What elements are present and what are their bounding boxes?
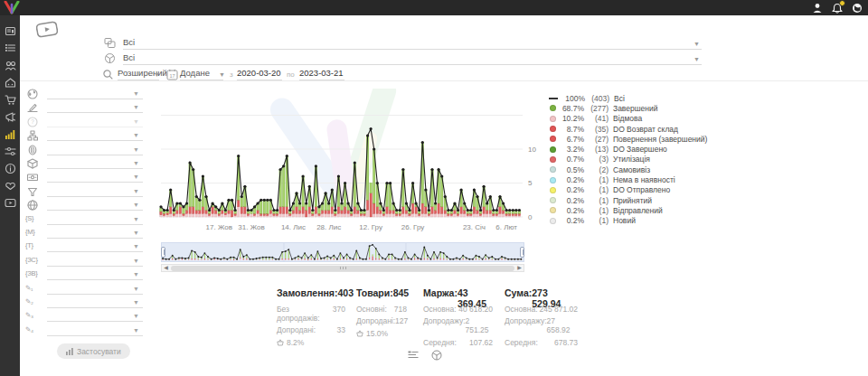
filter-globe-select[interactable] <box>47 87 143 99</box>
legend-item[interactable]: 0.2%(1)Нема в наявності <box>550 174 707 184</box>
chevron-down-icon[interactable]: ▼ <box>154 71 160 78</box>
legend-label: DO Возврат склад <box>613 125 678 134</box>
filter-brace-zv-select[interactable] <box>47 268 143 280</box>
legend-item[interactable]: 0.2%(1)Прийнятий <box>550 195 707 205</box>
category-filter-input[interactable]: Всі <box>123 36 702 50</box>
filter-funnel-select[interactable] <box>47 184 143 197</box>
chevron-down-icon[interactable]: ▼ <box>133 258 139 264</box>
legend-count: (1) <box>584 196 609 205</box>
legend-item[interactable]: 0.2%(1)Новий <box>550 216 707 226</box>
navigator-handle-right[interactable] <box>520 247 524 258</box>
sidebar-analytics-icon[interactable] <box>0 126 20 143</box>
filter-globe-grid-select[interactable] <box>47 198 143 211</box>
legend-item[interactable]: 8.7%(35)DO Возврат склад <box>550 124 707 134</box>
legend-percent: 0.7% <box>560 155 584 164</box>
chevron-down-icon[interactable]: ▼ <box>133 216 139 222</box>
filter-cube-select[interactable] <box>47 156 143 169</box>
filter-banknote-select[interactable] <box>47 170 143 183</box>
legend-item[interactable]: 6.7%(27)Повернення (завершений) <box>550 134 707 144</box>
date-from-input[interactable]: 2020-03-20 <box>237 67 282 80</box>
chevron-down-icon[interactable]: ▼ <box>133 230 139 236</box>
date-to-input[interactable]: 2023-03-21 <box>299 67 344 80</box>
legend-dot-marker <box>550 207 556 213</box>
chevron-down-icon[interactable]: ▼ <box>133 271 139 277</box>
filter-pencil-3-select[interactable] <box>47 309 143 322</box>
filter-question-select[interactable] <box>47 115 143 127</box>
filter-brace-m-select[interactable] <box>47 226 143 239</box>
sidebar-dashboard-icon[interactable] <box>0 23 20 40</box>
filter-brace-t-select[interactable] <box>47 240 143 252</box>
sidebar-orders-list-icon[interactable] <box>0 40 20 57</box>
legend-item[interactable]: 0.2%(1)DO Отправлено <box>550 185 707 195</box>
filter-pencil-1-select[interactable] <box>47 282 143 295</box>
svg-text:?: ? <box>31 118 34 125</box>
filter-fingerprint-select[interactable] <box>47 143 143 155</box>
chevron-down-icon[interactable]: ▼ <box>133 104 139 110</box>
legend-item[interactable]: 68.7%(277)Завершений <box>550 103 707 113</box>
upsell-basket-icon <box>356 330 363 337</box>
legend-item[interactable]: 0.2%(1)Відправлений <box>550 205 707 215</box>
filter-pencil-4-select[interactable] <box>47 324 143 336</box>
video-help-icon[interactable] <box>35 20 59 39</box>
list-view-icon[interactable] <box>408 348 419 359</box>
chevron-down-icon[interactable]: ▼ <box>133 132 139 138</box>
sidebar-cart-icon[interactable] <box>0 91 20 108</box>
chevron-down-icon[interactable]: ▼ <box>133 313 139 319</box>
legend-item[interactable]: 10.2%(41)Відмова <box>550 114 707 124</box>
topbar <box>0 0 868 15</box>
chevron-down-icon[interactable]: ▼ <box>133 243 139 249</box>
chevron-down-icon[interactable]: ▼ <box>219 71 225 78</box>
stat-column: Товари:845Основні:718Допродані:12715.0% <box>356 287 407 338</box>
sidebar-warehouse-icon[interactable] <box>0 74 20 91</box>
filter-signature-select[interactable] <box>47 100 143 113</box>
legend-item[interactable]: 3.2%(13)DO Завершено <box>550 144 707 154</box>
chevron-down-icon[interactable]: ▼ <box>133 188 139 194</box>
legend-dot-marker <box>550 177 556 183</box>
chevron-down-icon[interactable]: ▼ <box>133 299 139 306</box>
sidebar-partners-icon[interactable] <box>0 177 20 194</box>
legend-item[interactable]: 0.7%(3)Утилізація <box>550 155 707 164</box>
scrollbar-thumb[interactable] <box>171 266 514 271</box>
bell-icon[interactable] <box>832 3 843 14</box>
app-logo-icon[interactable] <box>4 1 20 14</box>
legend-item[interactable]: 0.5%(2)Самовивіз <box>550 164 707 174</box>
legend-count: (41) <box>584 114 609 123</box>
sidebar-sliders-icon[interactable] <box>0 143 20 160</box>
chevron-down-icon[interactable]: ▼ <box>693 41 700 47</box>
chevron-down-icon[interactable]: ▼ <box>133 286 139 292</box>
chart-scrollbar[interactable]: ◀ ▶ <box>161 264 524 272</box>
chevron-down-icon[interactable]: ▼ <box>133 90 139 97</box>
scroll-right-icon[interactable]: ▶ <box>515 265 524 271</box>
chevron-down-icon[interactable]: ▼ <box>133 174 139 180</box>
filter-pencil-2-select[interactable] <box>47 296 143 308</box>
chevron-down-icon[interactable]: ▼ <box>133 160 139 166</box>
product-filter-input[interactable]: Всі <box>123 52 702 65</box>
chevron-down-icon[interactable]: ▼ <box>133 327 139 334</box>
package-view-icon[interactable] <box>431 348 442 359</box>
chevron-down-icon[interactable]: ▼ <box>133 146 139 153</box>
sidebar-megaphone-icon[interactable] <box>0 108 20 126</box>
sidebar-video-tutorials-icon[interactable] <box>0 194 20 212</box>
filter-sitemap-select[interactable] <box>47 128 143 141</box>
chevron-down-icon[interactable]: ▼ <box>133 118 139 125</box>
scroll-left-icon[interactable]: ◀ <box>162 265 170 271</box>
chart-navigator[interactable] <box>161 242 524 262</box>
sidebar-users-icon[interactable] <box>0 57 20 74</box>
avatar-icon[interactable] <box>852 3 863 14</box>
orders-chart[interactable]: 051017. Жов31. Жов14. Лис28. Лис12. Гру2… <box>158 89 542 237</box>
legend-label: Відмова <box>613 114 642 123</box>
filter-brace-zs-select[interactable] <box>47 254 143 267</box>
stat-sub-value: 2 751.25 <box>466 316 493 334</box>
chevron-down-icon[interactable]: ▼ <box>133 202 139 208</box>
legend-item[interactable]: 100%(403)Всі <box>550 93 707 103</box>
navigator-handle-left[interactable] <box>161 247 165 258</box>
apply-button[interactable]: Застосувати <box>57 343 130 359</box>
brace-zv-icon: {ЗВ} <box>25 269 37 277</box>
user-icon[interactable] <box>812 3 823 14</box>
sidebar-info-icon[interactable] <box>0 160 20 177</box>
date-field-select[interactable]: Додане <box>180 67 223 80</box>
filter-brace-s-select[interactable] <box>47 212 143 225</box>
legend-count: (277) <box>584 104 609 113</box>
legend-label: Утилізація <box>613 155 650 164</box>
chevron-down-icon[interactable]: ▼ <box>693 56 700 62</box>
